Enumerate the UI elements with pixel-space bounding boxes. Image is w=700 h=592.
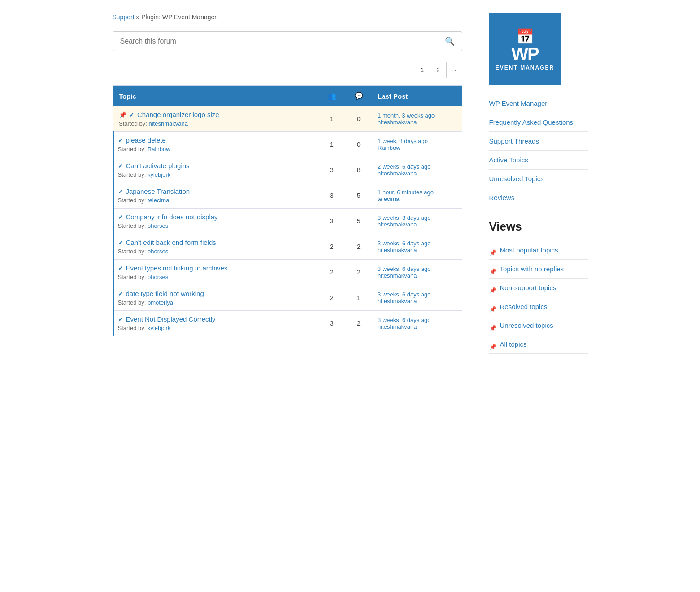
topic-title-link[interactable]: Change organizer logo size — [137, 111, 219, 118]
last-post-user-link[interactable]: hiteshmakvana — [378, 119, 457, 126]
topic-posts: 5 — [345, 209, 372, 234]
topic-author-link[interactable]: pmoteriya — [148, 299, 173, 306]
sidebar-nav-item: WP Event Manager — [489, 94, 588, 113]
last-post-user-link[interactable]: hiteshmakvana — [378, 247, 457, 253]
topic-cell: ✓please deleteStarted by: Rainbow — [113, 132, 319, 157]
sidebar-view-item: 📌Unresolved topics — [489, 316, 588, 335]
search-button[interactable]: 🔍 — [445, 36, 455, 46]
last-post-time-link[interactable]: 1 month, 3 weeks ago — [378, 112, 457, 119]
sidebar-nav-link[interactable]: Unresolved Topics — [489, 170, 588, 188]
topic-started-by: Started by: ohorses — [118, 274, 313, 280]
last-post-time-link[interactable]: 2 weeks, 6 days ago — [378, 163, 457, 170]
topic-author-link[interactable]: ohorses — [148, 248, 168, 255]
last-post-time-link[interactable]: 3 weeks, 6 days ago — [378, 240, 457, 247]
topic-started-by: Started by: ohorses — [118, 248, 313, 255]
table-row: ✓Event types not linking to archivesStar… — [113, 260, 462, 285]
pagination-page2[interactable]: 2 — [430, 62, 446, 78]
col-header-posts: 💬 — [345, 86, 372, 107]
forum-table: Topic 👥 💬 Last Post 📌✓Change organizer l… — [113, 85, 462, 336]
topic-author-link[interactable]: telecima — [148, 197, 169, 204]
sidebar-view-link[interactable]: All topics — [500, 335, 527, 353]
topic-cell: 📌✓Change organizer logo sizeStarted by: … — [113, 106, 319, 132]
topic-author-link[interactable]: hiteshmakvana — [148, 120, 187, 127]
last-post-time-link[interactable]: 3 weeks, 6 days ago — [378, 317, 457, 323]
pin-icon: 📌 — [119, 111, 126, 118]
topic-author-link[interactable]: kylebjork — [148, 171, 170, 178]
topic-posts: 8 — [345, 157, 372, 183]
pagination: 1 2 → — [113, 62, 462, 78]
topic-voices: 3 — [318, 209, 345, 234]
main-content: Support » Plugin: WP Event Manager 🔍 1 2… — [113, 13, 462, 354]
topic-title-link[interactable]: Can't activate plugins — [126, 162, 190, 170]
sidebar-view-item: 📌Non-support topics — [489, 279, 588, 297]
last-post-user-link[interactable]: Rainbow — [378, 144, 457, 151]
sidebar-nav-link[interactable]: Reviews — [489, 188, 588, 207]
topic-posts: 2 — [345, 234, 372, 260]
pagination-page1[interactable]: 1 — [414, 62, 430, 78]
last-post-time-link[interactable]: 3 weeks, 6 days ago — [378, 266, 457, 272]
view-pin-icon: 📌 — [489, 338, 496, 350]
last-post-user-link[interactable]: hiteshmakvana — [378, 323, 457, 330]
last-post-user-link[interactable]: hiteshmakvana — [378, 221, 457, 228]
topic-last-post: 3 weeks, 6 days agohiteshmakvana — [372, 234, 462, 260]
topic-last-post: 2 weeks, 6 days agohiteshmakvana — [372, 157, 462, 183]
view-pin-icon: 📌 — [489, 244, 496, 256]
topic-voices: 1 — [318, 132, 345, 157]
topic-title-link[interactable]: Company info does not display — [126, 213, 218, 221]
topic-posts: 0 — [345, 132, 372, 157]
col-header-lastpost: Last Post — [372, 86, 462, 107]
last-post-user-link[interactable]: hiteshmakvana — [378, 298, 457, 305]
topic-author-link[interactable]: ohorses — [148, 274, 168, 280]
topic-cell: ✓Company info does not displayStarted by… — [113, 209, 319, 234]
sidebar-nav-link[interactable]: Active Topics — [489, 151, 588, 169]
topic-started-by: Started by: telecima — [118, 197, 313, 204]
breadcrumb-support-link[interactable]: Support — [113, 13, 135, 21]
view-pin-icon: 📌 — [489, 319, 496, 331]
sidebar-view-link[interactable]: Resolved topics — [500, 297, 548, 316]
table-row: ✓Event Not Displayed CorrectlyStarted by… — [113, 311, 462, 336]
sidebar-nav-item: Support Threads — [489, 132, 588, 151]
logo-wp-text: WP — [511, 45, 538, 63]
topic-voices: 1 — [318, 106, 345, 132]
last-post-time-link[interactable]: 1 week, 3 days ago — [378, 138, 457, 144]
sidebar-view-link[interactable]: Topics with no replies — [500, 260, 564, 278]
search-bar: 🔍 — [113, 31, 462, 51]
topic-last-post: 3 weeks, 6 days agohiteshmakvana — [372, 311, 462, 336]
last-post-time-link[interactable]: 3 weeks, 6 days ago — [378, 291, 457, 298]
resolved-check-icon: ✓ — [118, 188, 123, 195]
topic-author-link[interactable]: kylebjork — [148, 325, 170, 331]
topic-title-link[interactable]: Can't edit back end form fields — [126, 239, 216, 246]
topic-title-link[interactable]: Event types not linking to archives — [126, 264, 228, 272]
topic-title-link[interactable]: Event Not Displayed Correctly — [126, 315, 216, 323]
topic-title-link[interactable]: Japanese Translation — [126, 187, 190, 195]
sidebar-nav-link[interactable]: WP Event Manager — [489, 94, 588, 113]
topic-posts: 5 — [345, 183, 372, 209]
last-post-user-link[interactable]: hiteshmakvana — [378, 272, 457, 279]
topic-title-link[interactable]: date type field not working — [126, 290, 204, 297]
table-row: ✓Company info does not displayStarted by… — [113, 209, 462, 234]
sidebar-nav-link[interactable]: Frequently Asked Questions — [489, 113, 588, 131]
topic-author-link[interactable]: ohorses — [148, 222, 168, 229]
topic-last-post: 3 weeks, 6 days agohiteshmakvana — [372, 285, 462, 311]
table-row: ✓Can't edit back end form fieldsStarted … — [113, 234, 462, 260]
topic-author-link[interactable]: Rainbow — [148, 146, 170, 152]
last-post-user-link[interactable]: telecima — [378, 196, 457, 202]
last-post-user-link[interactable]: hiteshmakvana — [378, 170, 457, 177]
topic-voices: 3 — [318, 183, 345, 209]
sidebar-view-link[interactable]: Non-support topics — [500, 279, 557, 297]
topic-title-link[interactable]: please delete — [126, 136, 166, 144]
topic-voices: 2 — [318, 285, 345, 311]
sidebar-view-item: 📌Resolved topics — [489, 297, 588, 316]
sidebar-views: 📌Most popular topics📌Topics with no repl… — [489, 241, 588, 354]
sidebar-nav-link[interactable]: Support Threads — [489, 132, 588, 150]
view-pin-icon: 📌 — [489, 300, 496, 313]
sidebar-view-link[interactable]: Unresolved topics — [500, 316, 553, 335]
pagination-next[interactable]: → — [446, 62, 462, 78]
sidebar-view-link[interactable]: Most popular topics — [500, 241, 558, 259]
last-post-time-link[interactable]: 3 weeks, 3 days ago — [378, 214, 457, 221]
view-pin-icon: 📌 — [489, 282, 496, 294]
topic-started-by: Started by: ohorses — [118, 222, 313, 229]
topic-cell: ✓Can't edit back end form fieldsStarted … — [113, 234, 319, 260]
last-post-time-link[interactable]: 1 hour, 6 minutes ago — [378, 189, 457, 196]
search-input[interactable] — [120, 37, 445, 45]
